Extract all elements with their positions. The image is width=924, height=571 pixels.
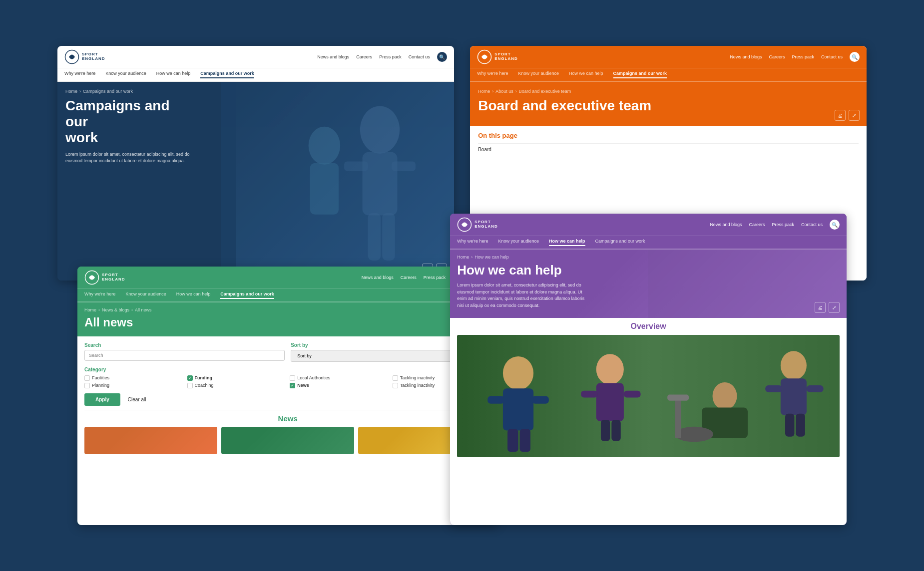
svg-rect-5: [392, 162, 416, 171]
svg-rect-17: [487, 396, 504, 404]
svg-rect-34: [796, 414, 805, 437]
share-icon-p2[interactable]: ⤢: [849, 110, 860, 121]
checkbox-local-auth-box[interactable]: [290, 375, 295, 381]
sec-nav-help-p3[interactable]: How we can help: [176, 291, 211, 299]
svg-rect-36: [675, 396, 681, 438]
nav-careers-p3[interactable]: Careers: [401, 275, 417, 280]
news-thumb-1[interactable]: [84, 427, 217, 454]
checkbox-coaching[interactable]: Coaching: [187, 383, 286, 388]
sec-nav-help-p2[interactable]: How we can help: [569, 71, 603, 78]
overview-title: Overview: [457, 322, 840, 331]
sec-nav-campaigns-p1[interactable]: Campaigns and our work: [200, 71, 254, 78]
checkbox-funding[interactable]: ✓ Funding: [187, 375, 286, 381]
sec-nav-audience-p2[interactable]: Know your audience: [518, 71, 559, 78]
panel-how-we-help: SPORT ENGLAND News and blogs Careers Pre…: [450, 214, 847, 525]
svg-rect-16: [503, 388, 533, 430]
apply-button[interactable]: Apply: [84, 393, 120, 406]
svg-rect-22: [596, 383, 624, 421]
category-label: Category: [84, 367, 491, 372]
nav-news-p3[interactable]: News and blogs: [362, 275, 394, 280]
logo-panel2: SPORT ENGLAND: [477, 49, 518, 64]
svg-rect-33: [785, 414, 794, 437]
svg-rect-31: [765, 385, 782, 392]
nav-press-p2[interactable]: Press pack: [792, 54, 814, 59]
sec-nav-audience-p3[interactable]: Know your audience: [125, 291, 166, 299]
logo-panel4: SPORT ENGLAND: [457, 217, 498, 232]
on-this-page-title: On this page: [478, 132, 859, 139]
breadcrumb-p3: Home › News & blogs › All news: [84, 307, 491, 312]
sport-england-logo-icon-p4: [457, 217, 472, 232]
nav-contact-p2[interactable]: Contact us: [821, 54, 843, 59]
checkbox-local-auth[interactable]: Local Authorities: [290, 375, 389, 381]
svg-rect-3: [362, 152, 397, 215]
nav-careers-p4[interactable]: Careers: [749, 222, 765, 227]
logo-england-p3: ENGLAND: [102, 278, 125, 282]
sport-england-logo-icon-p2: [477, 49, 492, 64]
svg-rect-24: [624, 391, 641, 398]
search-label: Search: [84, 342, 285, 348]
nav-press-p3[interactable]: Press pack: [424, 275, 446, 280]
nav-news-p4[interactable]: News and blogs: [710, 222, 742, 227]
nav-press-p4[interactable]: Press pack: [772, 222, 794, 227]
sec-nav-campaigns-p3[interactable]: Campaigns and our work: [220, 291, 274, 299]
nav-careers-p1[interactable]: Careers: [356, 54, 372, 59]
sec-nav-why-p2[interactable]: Why we're here: [477, 71, 508, 78]
news-section-title: News: [84, 414, 491, 423]
sec-nav-audience-p4[interactable]: Know your audience: [498, 239, 539, 246]
svg-rect-4: [344, 162, 368, 171]
search-btn-p1[interactable]: 🔍: [437, 52, 447, 62]
print-icon-p4[interactable]: 🖨: [815, 302, 826, 313]
checkbox-planning-box[interactable]: [84, 383, 90, 388]
print-icon-p2[interactable]: 🖨: [835, 110, 846, 121]
sec-nav-why-p4[interactable]: Why we're here: [457, 239, 488, 246]
checkbox-news[interactable]: ✓ News: [290, 383, 389, 388]
svg-rect-6: [368, 213, 380, 261]
svg-point-27: [713, 382, 737, 410]
svg-rect-7: [382, 213, 395, 261]
page-title-p3: All news: [84, 315, 491, 329]
nav-careers-p2[interactable]: Careers: [769, 54, 785, 59]
overview-image: [457, 335, 840, 457]
clear-all-button[interactable]: Clear all: [124, 393, 150, 406]
svg-rect-23: [581, 391, 598, 398]
on-this-page-board[interactable]: Board: [478, 143, 859, 155]
sec-nav-help-p4[interactable]: How we can help: [549, 239, 585, 246]
checkbox-news-box[interactable]: ✓: [290, 383, 295, 388]
search-input[interactable]: [84, 350, 285, 361]
nav-news-p2[interactable]: News and blogs: [730, 54, 762, 59]
checkbox-facilities-box[interactable]: [84, 375, 90, 381]
player-image: [221, 82, 454, 281]
search-btn-p4[interactable]: 🔍: [830, 220, 840, 230]
page-title-p4: How we can help: [457, 263, 840, 278]
svg-rect-20: [520, 429, 530, 452]
checkbox-coaching-box[interactable]: [187, 383, 193, 388]
svg-rect-26: [612, 420, 621, 441]
logo-panel3: SPORT ENGLAND: [84, 270, 125, 285]
search-btn-p2[interactable]: 🔍: [850, 52, 860, 62]
nav-contact-p4[interactable]: Contact us: [801, 222, 823, 227]
sec-nav-campaigns-p4[interactable]: Campaigns and our work: [595, 239, 645, 246]
news-thumb-2[interactable]: [221, 427, 354, 454]
svg-point-8: [308, 127, 340, 165]
sec-nav-why-p3[interactable]: Why we're here: [84, 291, 115, 299]
sec-nav-why-p1[interactable]: Why we're here: [64, 71, 95, 78]
nav-contact-p1[interactable]: Contact us: [409, 54, 430, 59]
checkbox-funding-box[interactable]: ✓: [187, 375, 193, 381]
sec-nav-campaigns-p2[interactable]: Campaigns and our work: [613, 71, 667, 78]
share-icon-p4[interactable]: ⤢: [829, 302, 840, 313]
nav-news-blogs-p1[interactable]: News and blogs: [317, 54, 349, 59]
svg-point-21: [596, 354, 624, 384]
svg-point-15: [503, 356, 533, 390]
checkbox-tackling2-box[interactable]: [393, 383, 398, 388]
checkbox-planning[interactable]: Planning: [84, 383, 183, 388]
nav-press-p1[interactable]: Press pack: [379, 54, 402, 59]
svg-point-29: [781, 351, 807, 380]
svg-point-2: [360, 106, 399, 153]
checkbox-tackling1-box[interactable]: [393, 375, 398, 381]
checkbox-facilities[interactable]: Facilities: [84, 375, 183, 381]
svg-rect-25: [601, 420, 610, 441]
breadcrumb-p2: Home › About us › Board and executive te…: [478, 89, 859, 94]
sec-nav-audience-p1[interactable]: Know your audience: [105, 71, 146, 78]
logo-england-p4: ENGLAND: [474, 225, 498, 229]
sec-nav-help-p1[interactable]: How we can help: [156, 71, 191, 78]
